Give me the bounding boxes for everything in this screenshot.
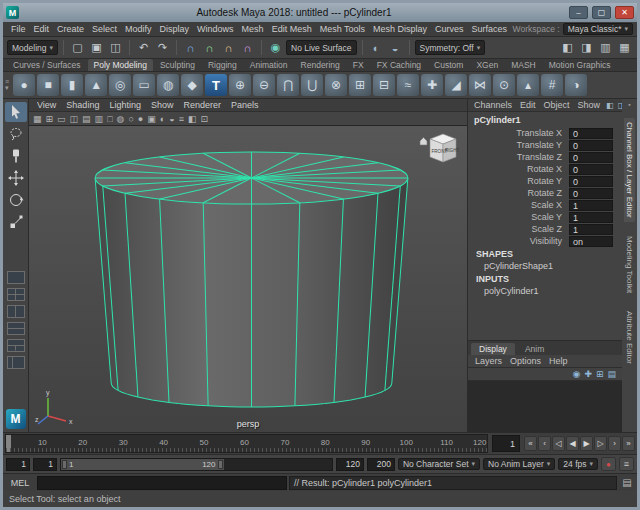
shape-node-item[interactable]: pCylinderShape1 xyxy=(468,260,622,272)
paint-select-tool-button[interactable] xyxy=(5,146,27,166)
render-settings-icon[interactable]: ◒ xyxy=(387,39,404,56)
boolean-union-icon[interactable]: ⋃ xyxy=(301,74,323,96)
tab-attribute-editor[interactable]: Attribute Editor xyxy=(624,307,635,368)
layout-three-pane-button[interactable] xyxy=(7,339,25,352)
select-tool-button[interactable] xyxy=(5,102,27,122)
snap-to-plane-icon[interactable]: ∩ xyxy=(239,39,256,56)
extrude-icon[interactable]: ▴ xyxy=(517,74,539,96)
camera-lock-icon[interactable]: ▦ xyxy=(33,114,42,124)
textured-mode-icon[interactable]: ▣ xyxy=(147,114,156,124)
input-node-item[interactable]: polyCylinder1 xyxy=(468,285,622,297)
step-back-key-button[interactable]: ◁ xyxy=(552,436,565,451)
poly-cylinder-icon[interactable]: ▮ xyxy=(61,74,83,96)
time-ruler[interactable]: 102030405060708090100110120 xyxy=(5,434,488,453)
menu-display[interactable]: Display xyxy=(156,24,194,34)
open-scene-icon[interactable]: ▣ xyxy=(88,39,105,56)
bridge-icon[interactable]: ⋈ xyxy=(469,74,491,96)
fps-dropdown[interactable]: 24 fps ▾ xyxy=(558,458,598,470)
snap-to-curve-icon[interactable]: ∩ xyxy=(201,39,218,56)
attribute-value-field[interactable]: 0 xyxy=(569,152,613,163)
shelf-tab-curves-surfaces[interactable]: Curves / Surfaces xyxy=(7,59,87,71)
selected-object-name[interactable]: pCylinder1 xyxy=(468,112,622,127)
mirror-icon[interactable]: ◑ xyxy=(565,74,587,96)
poly-cube-icon[interactable]: ■ xyxy=(37,74,59,96)
toggle-attribute-editor-icon[interactable]: ▥ xyxy=(597,39,614,56)
isolate-select-icon[interactable]: ⊡ xyxy=(200,114,208,124)
move-tool-button[interactable] xyxy=(5,168,27,188)
tab-channel-box-layer-editor[interactable]: Channel Box / Layer Editor xyxy=(624,118,635,222)
layers-menu[interactable]: Layers xyxy=(472,356,505,366)
menu-edit[interactable]: Edit xyxy=(30,24,54,34)
live-surface-field[interactable]: No Live Surface xyxy=(286,40,356,55)
panel-pin-icon[interactable]: ▪ xyxy=(628,101,630,108)
menu-modify[interactable]: Modify xyxy=(121,24,156,34)
shelf-tab-sculpting[interactable]: Sculpting xyxy=(154,59,201,71)
attribute-value-field[interactable]: 1 xyxy=(569,212,613,223)
screen-space-ao-icon[interactable]: ≡ xyxy=(179,114,184,124)
step-forward-key-button[interactable]: ▷ xyxy=(594,436,607,451)
tab-display[interactable]: Display xyxy=(471,343,515,355)
tab-modeling-toolkit[interactable]: Modeling Toolkit xyxy=(624,232,635,297)
toggle-channel-box-icon[interactable]: ◨ xyxy=(578,39,595,56)
lasso-tool-button[interactable] xyxy=(5,124,27,144)
wireframe-mode-icon[interactable]: ○ xyxy=(128,114,133,124)
poly-cone-icon[interactable]: ▲ xyxy=(85,74,107,96)
boolean-difference-icon[interactable]: ⊖ xyxy=(253,74,275,96)
mel-toggle-button[interactable]: MEL xyxy=(5,478,35,488)
character-set-dropdown[interactable]: No Character Set ▾ xyxy=(398,458,480,470)
redo-icon[interactable]: ↷ xyxy=(154,39,171,56)
view-cube[interactable]: FRONT RIGHT xyxy=(419,132,459,166)
channels-menu[interactable]: Channels xyxy=(471,100,515,110)
attribute-value-field[interactable]: 0 xyxy=(569,188,613,199)
shadows-icon[interactable]: ◒ xyxy=(169,114,174,124)
smooth-icon[interactable]: ≈ xyxy=(397,74,419,96)
close-button[interactable]: ✕ xyxy=(615,6,634,19)
combine-icon[interactable]: ⊕ xyxy=(229,74,251,96)
toggle-modeling-toolkit-icon[interactable]: ◧ xyxy=(559,39,576,56)
menu-mesh-display[interactable]: Mesh Display xyxy=(369,24,431,34)
perspective-viewport[interactable]: View Shading Lighting Show Renderer Pane… xyxy=(29,99,468,432)
menu-file[interactable]: File xyxy=(7,24,30,34)
layout-two-pane-side-button[interactable] xyxy=(7,305,25,318)
tab-anim[interactable]: Anim xyxy=(517,343,552,355)
panel-menu-panels[interactable]: Panels xyxy=(227,100,263,110)
object-menu[interactable]: Object xyxy=(541,100,573,110)
step-forward-frame-button[interactable]: › xyxy=(608,436,621,451)
attribute-value-field[interactable]: 0 xyxy=(569,164,613,175)
animation-end-field[interactable]: 200 xyxy=(367,458,395,471)
append-polygon-icon[interactable]: ✚ xyxy=(421,74,443,96)
options-menu[interactable]: Options xyxy=(507,356,544,366)
panel-menu-renderer[interactable]: Renderer xyxy=(179,100,225,110)
menu-select[interactable]: Select xyxy=(88,24,121,34)
script-editor-icon[interactable]: ▤ xyxy=(619,477,635,488)
range-end-handle[interactable] xyxy=(218,460,223,469)
new-empty-layer-icon[interactable]: ✚ xyxy=(584,369,592,379)
menu-mesh-tools[interactable]: Mesh Tools xyxy=(316,24,369,34)
shelf-tab-rigging[interactable]: Rigging xyxy=(202,59,243,71)
title-bar[interactable]: M Autodesk Maya 2018: untitled --- pCyli… xyxy=(3,3,637,22)
bevel-icon[interactable]: ◢ xyxy=(445,74,467,96)
auto-keyframe-button[interactable]: ● xyxy=(601,457,616,471)
play-forwards-button[interactable]: ▶ xyxy=(580,436,593,451)
fill-hole-icon[interactable]: ⊞ xyxy=(349,74,371,96)
shelf-menu-icon[interactable]: ≡ ▾ xyxy=(5,79,9,91)
motion-blur-icon[interactable]: ◧ xyxy=(188,114,197,124)
target-weld-icon[interactable]: ⊙ xyxy=(493,74,515,96)
menu-mesh[interactable]: Mesh xyxy=(238,24,268,34)
safe-title-icon[interactable]: ◍ xyxy=(117,114,125,124)
panel-menu-lighting[interactable]: Lighting xyxy=(105,100,145,110)
layout-two-pane-stacked-button[interactable] xyxy=(7,322,25,335)
boolean-intersection-icon[interactable]: ⋂ xyxy=(277,74,299,96)
shelf-tab-rendering[interactable]: Rendering xyxy=(295,59,346,71)
show-menu[interactable]: Show xyxy=(575,100,604,110)
poly-disc-icon[interactable]: ◍ xyxy=(157,74,179,96)
workspace-dropdown[interactable]: Maya Classic* ▾ xyxy=(563,23,633,35)
shelf-tab-fx[interactable]: FX xyxy=(347,59,370,71)
render-icon[interactable]: ◐ xyxy=(368,39,385,56)
extract-icon[interactable]: ⊟ xyxy=(373,74,395,96)
layer-list-mode-icon[interactable]: ▤ xyxy=(607,369,616,379)
shelf-tab-mash[interactable]: MASH xyxy=(505,59,542,71)
play-backwards-button[interactable]: ◀ xyxy=(566,436,579,451)
toggle-tool-settings-icon[interactable]: ▦ xyxy=(616,39,633,56)
command-input[interactable] xyxy=(37,476,287,490)
